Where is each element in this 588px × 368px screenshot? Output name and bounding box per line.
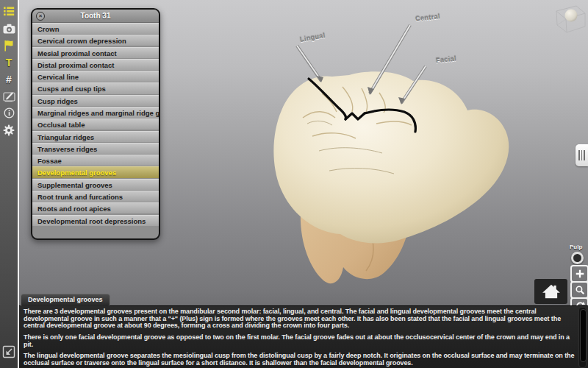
menu-item-roots-and-root-apices[interactable]: Roots and root apices [32, 202, 159, 213]
info-icon[interactable] [2, 107, 15, 119]
menu-item-root-trunk-and-furcations[interactable]: Root trunk and furcations [32, 191, 159, 202]
number-tool-icon[interactable]: # [2, 73, 15, 85]
draw-tool-icon[interactable] [2, 90, 15, 102]
info-scrollbar-thumb[interactable] [580, 309, 587, 362]
menu-item-crown[interactable]: Crown [32, 23, 159, 34]
info-panel: There are 3 developmental grooves presen… [19, 305, 588, 368]
menu-item-cervical-crown-depression[interactable]: Cervical crown depression [32, 35, 159, 46]
info-paragraph: There is only one facial developmental g… [24, 334, 575, 348]
pulp-toggle[interactable] [571, 252, 584, 264]
left-toolbar: T # [0, 0, 18, 368]
side-drawer-handle[interactable] [576, 144, 588, 166]
settings-gear-icon[interactable] [2, 124, 15, 136]
info-tab[interactable]: Developmental grooves [21, 294, 110, 306]
menu-item-triangular-ridges[interactable]: Triangular ridges [32, 131, 159, 142]
panel-header[interactable]: × Tooth 31 [32, 10, 159, 23]
menu-item-mesial-proximal-contact[interactable]: Mesial proximal contact [32, 47, 159, 58]
menu-item-marginal-ridges[interactable]: Marginal ridges and marginal ridge groov… [32, 107, 159, 118]
menu-item-distal-proximal-contact[interactable]: Distal proximal contact [32, 59, 159, 70]
menu-item-cervical-line[interactable]: Cervical line [32, 71, 159, 82]
menu-item-list: Crown Cervical crown depression Mesial p… [32, 23, 159, 226]
home-icon [542, 283, 561, 300]
pan-icon [575, 269, 585, 279]
menu-item-cusps-and-cusp-tips[interactable]: Cusps and cusp tips [32, 82, 159, 93]
camera-icon[interactable] [2, 22, 15, 35]
magnifier-icon [575, 285, 585, 295]
menu-item-transverse-ridges[interactable]: Transverse ridges [32, 143, 159, 154]
tooth-crown [273, 71, 509, 243]
app-root: Lingual Central Facial Pulp [0, 0, 588, 368]
pulp-label: Pulp [570, 244, 582, 250]
menu-item-fossae[interactable]: Fossae [32, 155, 159, 166]
menu-item-developmental-grooves[interactable]: Developmental grooves [32, 166, 159, 177]
close-icon[interactable]: × [36, 12, 45, 21]
orientation-cube-icon[interactable] [530, 1, 587, 36]
annotation-list-icon[interactable] [2, 5, 15, 18]
info-text: There are 3 developmental grooves presen… [24, 308, 575, 368]
feature-menu-panel: × Tooth 31 Crown Cervical crown depressi… [31, 8, 160, 240]
menu-item-occlusal-table[interactable]: Occlusal table [32, 118, 159, 130]
panel-title: Tooth 31 [32, 10, 159, 22]
info-paragraph: There are 3 developmental grooves presen… [24, 308, 575, 330]
info-paragraph: The lingual developmental groove separat… [24, 353, 575, 367]
menu-item-developmental-root-depressions[interactable]: Developmental root depressions [32, 215, 159, 226]
menu-item-supplemental-grooves[interactable]: Supplemental grooves [32, 179, 159, 190]
home-view-button[interactable] [534, 279, 567, 304]
exit-fullscreen-icon[interactable] [2, 345, 15, 358]
zoom-tool-button[interactable] [570, 281, 588, 299]
toolbar-separator [18, 0, 19, 368]
pan-tool-button[interactable] [570, 265, 588, 283]
flag-icon[interactable] [2, 39, 15, 52]
text-tool-icon[interactable]: T [2, 56, 15, 68]
menu-item-cusp-ridges[interactable]: Cusp ridges [32, 95, 159, 106]
